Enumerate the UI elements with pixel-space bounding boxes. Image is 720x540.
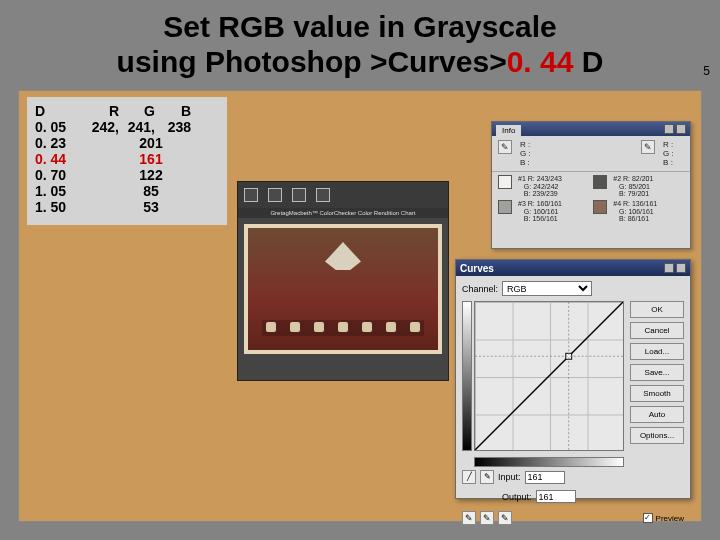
info-sample-readouts: #1 R: 243/243 G: 242/242 B: 239/239#2 R:…: [492, 172, 690, 226]
col-d: D: [35, 103, 83, 119]
output-field[interactable]: [536, 490, 576, 503]
help-icon[interactable]: [664, 263, 674, 273]
cell-r: 242,: [83, 119, 119, 135]
curve-point-icon[interactable]: ╱: [462, 470, 476, 484]
info-sample: #1 R: 243/243 G: 242/242 B: 239/239: [498, 175, 587, 198]
sample-swatch: [498, 175, 512, 189]
pencil-icon[interactable]: ✎: [480, 470, 494, 484]
r-label: R :: [520, 140, 531, 149]
black-point-eyedropper-icon[interactable]: ✎: [462, 511, 476, 525]
cell-d: 0. 70: [35, 167, 83, 183]
close-icon[interactable]: [676, 263, 686, 273]
curves-titlebar[interactable]: Curves: [456, 260, 690, 276]
sample-values: #3 R: 160/161 G: 160/161 B: 156/161: [518, 200, 562, 223]
preview-label: Preview: [656, 514, 684, 523]
curves-graph[interactable]: [474, 301, 624, 451]
scanned-book-cover: [244, 224, 442, 354]
cell-value: 201: [83, 135, 219, 151]
info-sample: #3 R: 160/161 G: 160/161 B: 156/161: [498, 200, 587, 223]
sample-values: #2 R: 82/201 G: 85/201 B: 79/201: [613, 175, 653, 198]
sample-values: #1 R: 243/243 G: 242/242 B: 239/239: [518, 175, 562, 198]
table-row: 0. 05242,241,238: [35, 119, 219, 135]
col-r: R: [83, 103, 119, 119]
info-palette[interactable]: Info ✎ R : G : B : ✎ R : G : B : #1 R: 2…: [491, 121, 691, 249]
b-label: B :: [520, 158, 531, 167]
slide-number: 5: [703, 64, 710, 78]
cell-value: 85: [83, 183, 219, 199]
sample-values: #4 R: 136/161 G: 106/161 B: 86/161: [613, 200, 657, 223]
image-toolbar: [238, 182, 448, 208]
white-point-eyedropper-icon[interactable]: ✎: [498, 511, 512, 525]
tool-icon[interactable]: [268, 188, 282, 202]
title-line2-c: D: [573, 45, 603, 78]
eyedropper-icon[interactable]: ✎: [641, 140, 655, 154]
curves-dialog[interactable]: Curves Channel: RGB: [455, 259, 691, 499]
input-gradient: [474, 457, 624, 467]
output-gradient: [462, 301, 472, 451]
auto-button[interactable]: Auto: [630, 406, 684, 423]
options-button[interactable]: Options...: [630, 427, 684, 444]
cell-d: 1. 05: [35, 183, 83, 199]
title-highlight: 0. 44: [507, 45, 574, 78]
table-row: 0. 70122: [35, 167, 219, 183]
col-b: B: [155, 103, 191, 119]
svg-line-0: [475, 302, 623, 450]
cell-d: 0. 23: [35, 135, 83, 151]
table-row: 0. 23201: [35, 135, 219, 151]
sample-swatch: [498, 200, 512, 214]
info-primary-readout: ✎ R : G : B : ✎ R : G : B :: [492, 136, 690, 172]
g-label: G :: [663, 149, 674, 158]
cell-b: 238: [155, 119, 191, 135]
table-row: 0. 44161: [35, 151, 219, 167]
g-label: G :: [520, 149, 531, 158]
preview-checkbox[interactable]: ✓: [643, 513, 653, 523]
cell-value: 53: [83, 199, 219, 215]
sample-swatch: [593, 200, 607, 214]
output-label: Output:: [502, 492, 532, 502]
curves-title: Curves: [460, 263, 494, 274]
title-line2-a: using Photoshop >Curves>: [117, 45, 507, 78]
load-button[interactable]: Load...: [630, 343, 684, 360]
ok-button[interactable]: OK: [630, 301, 684, 318]
channel-label: Channel:: [462, 284, 498, 294]
sample-image-panel: GretagMacbeth™ ColorChecker Color Rendit…: [237, 181, 449, 381]
cell-d: 0. 05: [35, 119, 83, 135]
save-button[interactable]: Save...: [630, 364, 684, 381]
channel-select[interactable]: RGB: [502, 281, 592, 296]
tool-icon[interactable]: [244, 188, 258, 202]
cell-d: 1. 50: [35, 199, 83, 215]
content-area: D R G B 0. 05242,241,2380. 232010. 44161…: [18, 90, 702, 522]
slide-title: Set RGB value in Grayscale using Photosh…: [0, 0, 720, 85]
gray-point-eyedropper-icon[interactable]: ✎: [480, 511, 494, 525]
cell-g: 241,: [119, 119, 155, 135]
r-label: R :: [663, 140, 674, 149]
eyedropper-icon[interactable]: ✎: [498, 140, 512, 154]
info-sample: #2 R: 82/201 G: 85/201 B: 79/201: [593, 175, 682, 198]
input-field[interactable]: [525, 471, 565, 484]
minimize-icon[interactable]: [664, 124, 674, 134]
cell-d: 0. 44: [35, 151, 83, 167]
crane-illustration: [325, 242, 361, 270]
smooth-button[interactable]: Smooth: [630, 385, 684, 402]
info-sample: #4 R: 136/161 G: 106/161 B: 86/161: [593, 200, 682, 223]
table-row: 1. 5053: [35, 199, 219, 215]
b-label: B :: [663, 158, 674, 167]
tool-icon[interactable]: [292, 188, 306, 202]
colorchecker-caption: GretagMacbeth™ ColorChecker Color Rendit…: [238, 208, 448, 218]
book-title-characters: [262, 320, 424, 336]
close-icon[interactable]: [676, 124, 686, 134]
curve-line[interactable]: [475, 302, 623, 450]
title-line1: Set RGB value in Grayscale: [163, 10, 557, 43]
table-row: 1. 0585: [35, 183, 219, 199]
input-label: Input:: [498, 472, 521, 482]
cell-value: 161: [83, 151, 219, 167]
tool-icon[interactable]: [316, 188, 330, 202]
cancel-button[interactable]: Cancel: [630, 322, 684, 339]
col-g: G: [119, 103, 155, 119]
table-header: D R G B: [35, 103, 219, 119]
info-tab[interactable]: Info: [496, 125, 521, 136]
cell-value: 122: [83, 167, 219, 183]
info-titlebar[interactable]: Info: [492, 122, 690, 136]
sample-swatch: [593, 175, 607, 189]
density-table: D R G B 0. 05242,241,2380. 232010. 44161…: [27, 97, 227, 225]
